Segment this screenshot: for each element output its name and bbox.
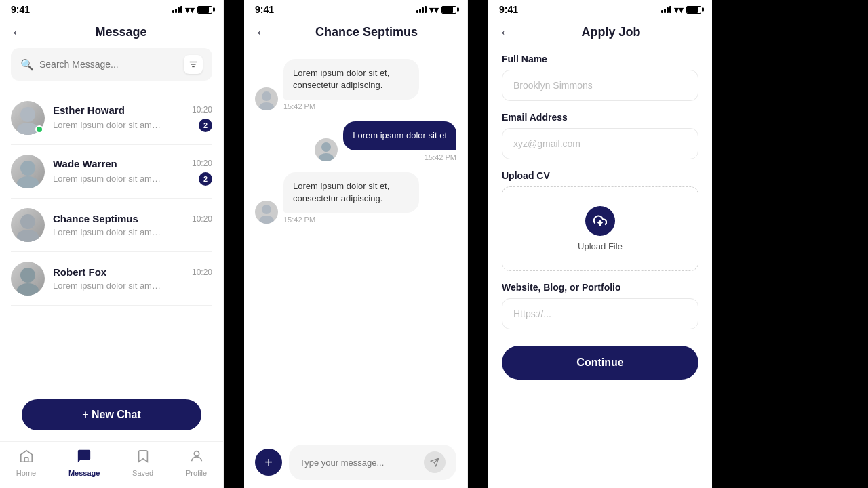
status-icons-1: ▾▾: [172, 5, 212, 15]
time-3: 9:41: [499, 4, 518, 15]
list-item[interactable]: Chance Septimus 10:20 Lorem ipsum dolor …: [11, 199, 212, 252]
website-input[interactable]: [502, 298, 698, 329]
contact-name: Robert Fox: [53, 266, 106, 278]
bubble-column: Lorem ipsum dolor sit et 15:42 PM: [343, 121, 456, 161]
svg-point-7: [20, 214, 35, 229]
full-name-group: Full Name: [502, 54, 698, 101]
back-button[interactable]: ←: [11, 24, 24, 40]
avatar-wrap: [11, 262, 45, 296]
bubble-column: Lorem ipsum dolor sit et, consectetur ad…: [283, 59, 419, 110]
online-indicator: [35, 125, 43, 134]
saved-icon: [136, 449, 151, 468]
page-title: Message: [30, 25, 212, 39]
email-group: Email Address: [502, 112, 698, 159]
gap-1: [224, 0, 244, 488]
svg-point-15: [321, 142, 331, 152]
search-icon: 🔍: [20, 58, 34, 71]
list-item[interactable]: Robert Fox 10:20 Lorem ipsum dolor sit a…: [11, 252, 212, 306]
email-label: Email Address: [502, 112, 698, 123]
chat-title: Chance Septimus: [277, 25, 456, 39]
list-item[interactable]: Esther Howard 10:20 Lorem ipsum dolor si…: [11, 92, 212, 145]
list-item[interactable]: Wade Warren 10:20 Lorem ipsum dolor sit …: [11, 145, 212, 199]
avatar: [255, 87, 278, 110]
message-preview: Lorem ipsum dolor sit amet...: [53, 120, 161, 130]
time-2: 9:41: [255, 4, 274, 15]
email-input[interactable]: [502, 128, 698, 159]
page-title: Apply Job: [521, 25, 701, 39]
nav-label: Message: [68, 469, 100, 477]
add-attachment-button[interactable]: +: [255, 449, 282, 476]
unread-badge: 2: [199, 172, 212, 186]
message-bubble: Lorem ipsum dolor sit et, consectetur ad…: [283, 59, 419, 100]
message-time: 15:42 PM: [283, 102, 419, 110]
message-info: Chance Septimus 10:20 Lorem ipsum dolor …: [53, 213, 212, 237]
message-input[interactable]: [300, 458, 424, 468]
svg-point-17: [262, 205, 271, 214]
message-list-panel: 9:41 ▾▾ ← Message 🔍: [0, 0, 224, 488]
filter-button[interactable]: [184, 55, 203, 74]
chat-panel: 9:41 ▾▾ ← Chance Septimus Lorem ipsum do…: [244, 0, 468, 488]
message-time: 10:20: [192, 159, 212, 168]
svg-point-16: [319, 153, 334, 161]
svg-point-8: [17, 230, 39, 242]
contact-name: Wade Warren: [53, 158, 117, 169]
message-row: Lorem ipsum dolor sit et, consectetur ad…: [255, 59, 456, 110]
send-icon: [430, 458, 439, 467]
search-bar: 🔍: [11, 48, 212, 81]
message-info: Esther Howard 10:20 Lorem ipsum dolor si…: [53, 104, 212, 132]
signal-icon: [661, 6, 671, 13]
svg-point-3: [20, 107, 35, 122]
svg-point-9: [20, 268, 35, 283]
contact-name: Chance Septimus: [53, 213, 138, 224]
nav-label: Home: [16, 469, 36, 477]
gap-2: [468, 0, 488, 488]
status-icons-2: ▾▾: [416, 5, 456, 15]
apply-job-panel: 9:41 ▾▾ ← Apply Job Full Name Email Addr…: [488, 0, 712, 488]
back-button[interactable]: ←: [255, 24, 269, 40]
upload-cv-button[interactable]: Upload File: [502, 186, 698, 271]
svg-point-18: [259, 216, 274, 224]
message-time: 10:20: [192, 214, 212, 224]
nav-home[interactable]: Home: [16, 449, 36, 477]
svg-point-10: [17, 283, 39, 296]
send-button[interactable]: [424, 451, 446, 473]
message-icon: [77, 449, 92, 468]
avatar-wrap: [11, 208, 45, 242]
message-header: ← Message: [0, 18, 223, 48]
nav-label: Profile: [186, 469, 207, 477]
nav-saved[interactable]: Saved: [132, 449, 153, 477]
chat-input-bar: +: [244, 436, 467, 488]
message-time: 15:42 PM: [425, 153, 456, 161]
svg-rect-11: [24, 458, 28, 462]
full-name-input[interactable]: [502, 70, 698, 101]
upload-label: Upload File: [578, 241, 623, 251]
avatar-wrap: [11, 155, 45, 188]
signal-icon: [416, 6, 427, 13]
new-chat-button[interactable]: + New Chat: [22, 399, 201, 430]
back-button[interactable]: ←: [499, 24, 513, 40]
message-bubble: Lorem ipsum dolor sit et: [343, 121, 456, 150]
svg-point-13: [262, 92, 271, 101]
message-bubble: Lorem ipsum dolor sit et, consectetur ad…: [283, 172, 419, 213]
avatar: [315, 138, 338, 161]
avatar: [11, 208, 45, 242]
continue-button[interactable]: Continue: [502, 346, 698, 380]
svg-point-14: [259, 102, 274, 110]
upload-arrow-icon: [593, 214, 607, 228]
contact-name: Esther Howard: [53, 104, 125, 116]
battery-icon: [441, 6, 456, 14]
svg-point-12: [194, 451, 199, 456]
status-icons-3: ▾▾: [661, 5, 701, 15]
nav-profile[interactable]: Profile: [186, 449, 207, 477]
status-bar-1: 9:41 ▾▾: [0, 0, 223, 18]
website-group: Website, Blog, or Portfolio: [502, 282, 698, 329]
bubble-column: Lorem ipsum dolor sit et, consectetur ad…: [283, 172, 419, 224]
nav-message[interactable]: Message: [68, 449, 100, 477]
home-icon: [19, 449, 34, 468]
wifi-icon: ▾▾: [185, 5, 195, 15]
status-bar-3: 9:41 ▾▾: [488, 0, 712, 18]
wifi-icon: ▾▾: [674, 5, 684, 15]
message-list: Esther Howard 10:20 Lorem ipsum dolor si…: [0, 92, 223, 388]
website-label: Website, Blog, or Portfolio: [502, 282, 698, 293]
search-input[interactable]: [39, 59, 178, 70]
